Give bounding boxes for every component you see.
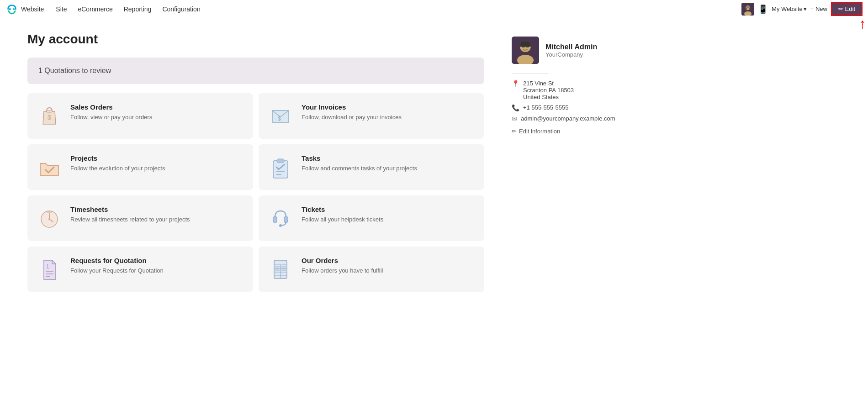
invoices-card[interactable]: $ Your Invoices Follow, download or pay … <box>259 93 484 139</box>
timesheets-title: Timesheets <box>70 205 244 213</box>
invoices-title: Your Invoices <box>302 103 475 111</box>
our-orders-card[interactable]: Our Orders Follow orders you have to ful… <box>259 247 484 292</box>
tickets-desc: Follow all your helpdesk tickets <box>302 216 475 224</box>
svg-rect-34 <box>275 266 280 268</box>
rfq-desc: Follow your Requests for Quotation <box>70 267 244 275</box>
projects-text: Projects Follow the evolution of your pr… <box>70 154 244 173</box>
our-orders-text: Our Orders Follow orders you have to ful… <box>302 257 475 275</box>
edit-button[interactable]: ✏ Edit <box>832 3 862 15</box>
sales-orders-title: Sales Orders <box>70 103 244 111</box>
quotations-text: 1 Quotations to review <box>38 67 111 74</box>
tickets-icon <box>268 205 293 231</box>
svg-rect-37 <box>281 269 286 271</box>
tasks-text: Tasks Follow and comments tasks of your … <box>302 154 475 173</box>
svg-rect-6 <box>746 6 750 8</box>
svg-point-7 <box>746 8 747 9</box>
invoices-desc: Follow, download or pay your invoices <box>302 113 475 121</box>
edit-button-wrapper: ✏ Edit <box>831 2 863 16</box>
chevron-down-icon: ▾ <box>804 5 807 12</box>
projects-card[interactable]: Projects Follow the evolution of your pr… <box>27 144 253 190</box>
tickets-card[interactable]: Tickets Follow all your helpdesk tickets <box>259 195 484 241</box>
phone-icon: 📞 <box>512 104 519 111</box>
profile-details: 📍 215 Vine St Scranton PA 18503 United S… <box>512 80 640 122</box>
sales-orders-card[interactable]: $ Sales Orders Follow, view or pay your … <box>27 93 253 139</box>
page-title: My account <box>27 32 484 47</box>
svg-point-8 <box>749 8 750 9</box>
our-orders-icon <box>268 257 293 282</box>
svg-point-2 <box>13 8 15 10</box>
invoices-text: Your Invoices Follow, download or pay yo… <box>302 103 475 121</box>
svg-rect-21 <box>273 216 277 223</box>
phone-text: +1 555-555-5555 <box>523 104 568 111</box>
svg-rect-13 <box>277 159 284 163</box>
profile-name: Mitchell Admin <box>545 43 597 51</box>
timesheets-text: Timesheets Review all timesheets related… <box>70 205 244 224</box>
navbar-menu: Site eCommerce Reporting Configuration <box>51 4 741 15</box>
rfq-icon: 1 <box>37 257 62 282</box>
cards-grid: $ Sales Orders Follow, view or pay your … <box>27 93 484 292</box>
menu-configuration[interactable]: Configuration <box>158 4 205 15</box>
svg-rect-12 <box>273 161 288 178</box>
profile-company: YourCompany <box>545 51 597 58</box>
svg-rect-36 <box>275 269 280 271</box>
edit-info-link[interactable]: ✏ Edit information <box>512 128 640 135</box>
timesheets-icon <box>37 205 62 231</box>
svg-text:$: $ <box>48 114 51 121</box>
user-avatar-icon[interactable] <box>741 3 754 16</box>
mobile-view-icon[interactable]: 📱 <box>758 4 768 14</box>
svg-text:$: $ <box>278 115 281 122</box>
navbar-right: 📱 My Website ▾ + New ✏ Edit <box>741 2 863 16</box>
pencil-icon: ✏ <box>512 128 517 135</box>
svg-point-1 <box>9 8 11 10</box>
odoo-logo-icon <box>5 3 18 16</box>
tasks-card[interactable]: Tasks Follow and comments tasks of your … <box>259 144 484 190</box>
timesheets-card[interactable]: Timesheets Review all timesheets related… <box>27 195 253 241</box>
menu-site[interactable]: Site <box>51 4 71 15</box>
timesheets-desc: Review all timesheets related to your pr… <box>70 216 244 224</box>
svg-rect-20 <box>47 211 52 213</box>
sales-orders-icon: $ <box>37 103 62 129</box>
svg-point-23 <box>279 224 282 227</box>
profile-avatar <box>512 37 539 64</box>
svg-rect-35 <box>281 266 286 268</box>
tickets-title: Tickets <box>302 205 475 213</box>
quotations-banner[interactable]: 1 Quotations to review <box>27 58 484 84</box>
address-text: 215 Vine St Scranton PA 18503 United Sta… <box>523 80 574 100</box>
profile-header: Mitchell Admin YourCompany <box>512 37 640 64</box>
location-icon: 📍 <box>512 80 519 87</box>
content-area: My account 1 Quotations to review $ <box>27 32 484 292</box>
divider <box>512 73 548 74</box>
brand-label[interactable]: Website <box>21 5 44 13</box>
projects-title: Projects <box>70 154 244 162</box>
navbar: Website Site eCommerce Reporting Configu… <box>0 0 868 18</box>
email-row: ✉ admin@yourcompany.example.com <box>512 115 640 122</box>
red-arrow-indicator: ↑ <box>859 16 866 31</box>
phone-row: 📞 +1 555-555-5555 <box>512 104 640 111</box>
new-button[interactable]: + New <box>810 5 827 12</box>
menu-ecommerce[interactable]: eCommerce <box>73 4 117 15</box>
tickets-text: Tickets Follow all your helpdesk tickets <box>302 205 475 224</box>
tasks-desc: Follow and comments tasks of your projec… <box>302 164 475 173</box>
menu-reporting[interactable]: Reporting <box>119 4 156 15</box>
email-text: admin@yourcompany.example.com <box>521 115 615 122</box>
svg-text:1: 1 <box>46 263 49 270</box>
rfq-card[interactable]: 1 Requests for Quotation Follow your Req… <box>27 247 253 292</box>
edit-info-label: Edit information <box>519 128 560 135</box>
svg-point-19 <box>48 218 50 220</box>
rfq-text: Requests for Quotation Follow your Reque… <box>70 257 244 275</box>
my-website-button[interactable]: My Website ▾ <box>772 5 807 12</box>
projects-icon <box>37 154 62 180</box>
invoices-icon: $ <box>268 103 293 129</box>
address-row: 📍 215 Vine St Scranton PA 18503 United S… <box>512 80 640 100</box>
projects-desc: Follow the evolution of your projects <box>70 164 244 173</box>
tasks-icon <box>268 154 293 180</box>
sales-orders-text: Sales Orders Follow, view or pay your or… <box>70 103 244 121</box>
profile-info: Mitchell Admin YourCompany <box>545 43 597 58</box>
svg-rect-9 <box>47 110 52 112</box>
tasks-title: Tasks <box>302 154 475 162</box>
brand[interactable]: Website <box>5 3 44 16</box>
email-icon: ✉ <box>512 115 517 122</box>
sidebar: Mitchell Admin YourCompany 📍 215 Vine St… <box>512 32 640 292</box>
our-orders-desc: Follow orders you have to fulfill <box>302 267 475 275</box>
rfq-title: Requests for Quotation <box>70 257 244 264</box>
